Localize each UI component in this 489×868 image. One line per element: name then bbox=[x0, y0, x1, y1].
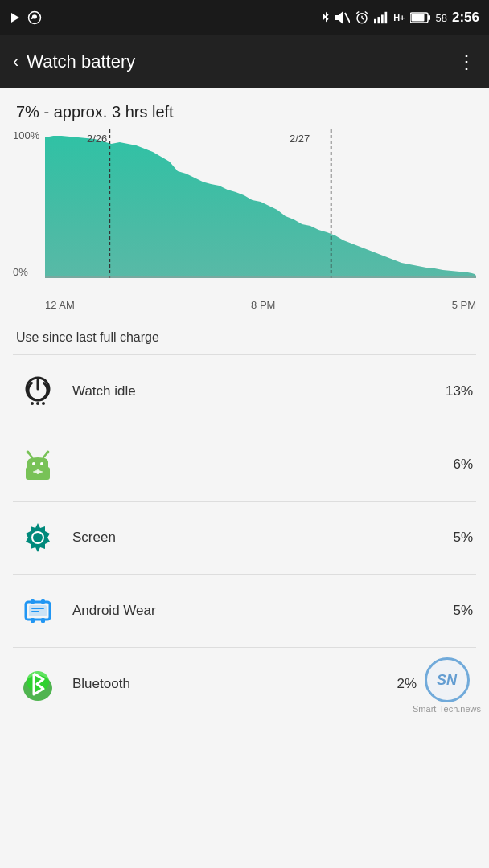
network-type: H+ bbox=[393, 13, 405, 23]
whatsapp-icon bbox=[27, 10, 42, 25]
chart-y-max: 100% bbox=[13, 129, 39, 141]
mute-icon bbox=[335, 11, 350, 24]
menu-button[interactable]: ⋮ bbox=[457, 51, 476, 73]
chart-date2: 2/27 bbox=[290, 133, 310, 145]
battery-chart-container: 100% 0% 2/26 2/27 12 AM 8 PM 5 PM bbox=[0, 129, 489, 314]
status-bar: H+ 58 2:56 bbox=[0, 0, 489, 35]
battery-status-text: 7% - approx. 3 hrs left bbox=[0, 88, 489, 129]
toolbar: ‹ Watch battery ⋮ bbox=[0, 35, 489, 88]
chart-y-min: 0% bbox=[13, 266, 39, 278]
svg-rect-15 bbox=[411, 14, 424, 22]
svg-point-21 bbox=[36, 402, 39, 405]
status-bar-right: H+ 58 2:56 bbox=[321, 10, 479, 26]
screen-brightness-icon bbox=[16, 516, 60, 559]
watch-idle-pct: 13% bbox=[446, 383, 473, 399]
bluetooth-app-icon bbox=[16, 662, 60, 706]
status-bar-left bbox=[10, 10, 42, 25]
watermark-label: SN bbox=[437, 672, 457, 689]
android-pct: 6% bbox=[453, 457, 473, 473]
svg-marker-0 bbox=[11, 13, 19, 23]
chart-x-start: 12 AM bbox=[45, 299, 75, 311]
signal-icon bbox=[374, 11, 388, 24]
svg-point-27 bbox=[32, 462, 35, 465]
svg-line-3 bbox=[345, 13, 350, 23]
battery-icon bbox=[410, 11, 431, 24]
svg-rect-12 bbox=[385, 12, 388, 23]
screen-pct: 5% bbox=[453, 530, 473, 546]
watermark: SN Smart-Tech.news bbox=[413, 657, 481, 714]
battery-chart-svg bbox=[45, 129, 476, 278]
android-wear-icon bbox=[16, 589, 60, 633]
android-icon bbox=[16, 443, 60, 486]
svg-marker-2 bbox=[335, 12, 343, 24]
toolbar-title: Watch battery bbox=[27, 51, 135, 72]
svg-rect-9 bbox=[374, 19, 376, 23]
chart-date1: 2/26 bbox=[87, 133, 107, 145]
alarm-icon bbox=[355, 10, 369, 25]
svg-rect-35 bbox=[31, 599, 35, 604]
svg-rect-11 bbox=[381, 14, 384, 23]
back-button[interactable]: ‹ bbox=[13, 51, 18, 72]
svg-point-24 bbox=[27, 451, 30, 454]
svg-rect-37 bbox=[31, 618, 35, 623]
svg-line-8 bbox=[365, 12, 368, 14]
svg-rect-41 bbox=[31, 611, 39, 612]
battery-item-screen: Screen 5% bbox=[0, 502, 489, 574]
svg-point-28 bbox=[40, 462, 43, 465]
chart-x-end: 5 PM bbox=[452, 299, 476, 311]
play-icon bbox=[10, 12, 21, 23]
svg-point-20 bbox=[31, 402, 34, 405]
svg-point-22 bbox=[42, 402, 45, 405]
watch-idle-name: Watch idle bbox=[72, 383, 446, 399]
android-wear-pct: 5% bbox=[453, 603, 473, 619]
svg-rect-40 bbox=[31, 608, 44, 609]
watch-idle-icon bbox=[16, 370, 60, 413]
battery-item-android: 6% bbox=[0, 428, 489, 501]
bluetooth-name: Bluetooth bbox=[72, 676, 397, 692]
watermark-subtext: Smart-Tech.news bbox=[413, 704, 481, 714]
battery-item-android-wear: Android Wear 5% bbox=[0, 575, 489, 647]
svg-rect-38 bbox=[41, 618, 45, 623]
bluetooth-icon bbox=[321, 10, 331, 25]
battery-item-bluetooth: Bluetooth 2% SN Smart-Tech.news bbox=[0, 648, 489, 720]
svg-point-43 bbox=[27, 671, 49, 692]
screen-name: Screen bbox=[72, 530, 453, 546]
section-header: Use since last full charge bbox=[0, 314, 489, 354]
android-wear-name: Android Wear bbox=[72, 603, 453, 619]
battery-level: 58 bbox=[436, 12, 447, 24]
svg-rect-14 bbox=[428, 15, 430, 20]
svg-point-33 bbox=[33, 533, 43, 542]
status-time: 2:56 bbox=[452, 10, 479, 26]
toolbar-left: ‹ Watch battery bbox=[13, 51, 135, 72]
svg-point-26 bbox=[47, 451, 50, 454]
chart-x-mid: 8 PM bbox=[251, 299, 275, 311]
svg-line-6 bbox=[362, 18, 364, 20]
svg-rect-36 bbox=[41, 599, 45, 604]
svg-rect-10 bbox=[378, 17, 380, 23]
battery-item-watch-idle: Watch idle 13% bbox=[0, 355, 489, 428]
svg-line-7 bbox=[356, 12, 359, 14]
